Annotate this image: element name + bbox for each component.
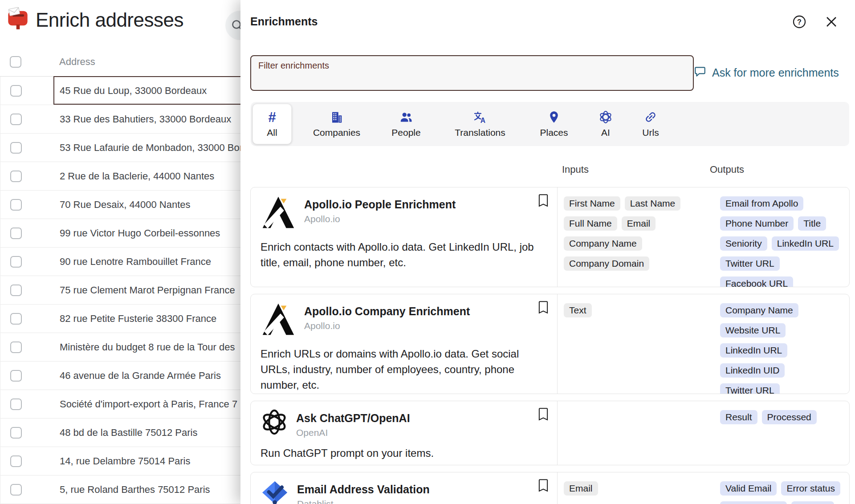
tab-label: Places (540, 127, 568, 138)
card-header: Apollo.io People EnrichmentApollo.io (261, 195, 547, 232)
card-title-block: Email Address ValidationDatablist (297, 480, 430, 504)
card-outputs: Company NameWebsite URLLinkedIn URLLinke… (713, 294, 849, 394)
card-title: Email Address Validation (297, 483, 430, 496)
row-checkbox[interactable] (10, 484, 22, 496)
address-cell: 82 rue Petite Fusterie 38300 France (60, 305, 216, 333)
tab-ai[interactable]: AI (590, 104, 621, 144)
output-chip: Phone Number (720, 216, 794, 231)
apollo-logo (261, 195, 296, 232)
tab-label: AI (601, 127, 610, 138)
output-chip: Processed (762, 410, 817, 424)
card-vendor: OpenAI (296, 427, 410, 438)
enrichment-card[interactable]: Apollo.io People EnrichmentApollo.ioEnri… (250, 187, 850, 287)
address-cell: 5, rue Roland Barthes 75012 Paris (60, 476, 210, 504)
select-all-checkbox[interactable] (10, 56, 21, 68)
enrichment-card[interactable]: Apollo.io Company EnrichmentApollo.ioEnr… (250, 294, 850, 394)
openai-icon (598, 110, 613, 124)
bookmark-icon[interactable] (537, 301, 549, 316)
mailbox-icon (6, 7, 29, 30)
row-checkbox[interactable] (10, 142, 22, 154)
address-column-header: Address (59, 47, 95, 77)
bookmark-icon[interactable] (537, 407, 549, 423)
tab-label: Translations (455, 127, 505, 138)
row-checkbox[interactable] (10, 285, 22, 296)
address-cell: 46 avenue de la Grande Armée Paris (60, 362, 221, 390)
card-info: Apollo.io People EnrichmentApollo.ioEnri… (251, 187, 557, 287)
card-title: Apollo.io People Enrichment (304, 198, 456, 211)
filter-enrichments-input[interactable]: Filter enrichments (250, 55, 694, 91)
link-icon (644, 110, 657, 124)
people-icon (399, 110, 413, 124)
output-chip: Result (720, 410, 757, 424)
tab-translations[interactable]: ATranslations (442, 104, 518, 144)
row-checkbox[interactable] (10, 85, 22, 97)
row-checkbox[interactable] (10, 171, 22, 182)
ask-link-label: Ask for more enrichments (712, 66, 839, 79)
card-outputs: ResultProcessed (713, 401, 849, 465)
card-vendor: Datablist (297, 499, 430, 504)
card-description: Enrich URLs or domains with Apollo.io da… (261, 346, 546, 393)
row-checkbox[interactable] (10, 398, 22, 410)
card-inputs: Email (558, 472, 713, 504)
tab-label: Companies (313, 127, 360, 138)
apollo-logo (261, 301, 296, 339)
row-checkbox[interactable] (10, 114, 22, 125)
row-checkbox[interactable] (10, 313, 22, 325)
enrichment-card[interactable]: Ask ChatGPT/OpenAIOpenAIRun ChatGPT prom… (250, 401, 850, 465)
ask-for-more-enrichments-link[interactable]: Ask for more enrichments (694, 62, 839, 83)
card-title: Ask ChatGPT/OpenAI (296, 412, 410, 425)
row-checkbox[interactable] (10, 341, 22, 353)
card-header: Email Address ValidationDatablist (261, 480, 547, 504)
help-icon[interactable]: ? (792, 14, 807, 29)
card-title-block: Ask ChatGPT/OpenAIOpenAI (296, 408, 410, 438)
row-checkbox[interactable] (10, 199, 22, 211)
output-chip: Valid Email (720, 481, 777, 496)
svg-text:?: ? (797, 18, 802, 26)
address-cell: 48 bd de la Bastille 75012 Paris (60, 419, 197, 447)
tab-places[interactable]: Places (529, 104, 578, 144)
card-title: Apollo.io Company Enrichment (304, 305, 470, 318)
address-cell: Ministère du budget 8 rue de la Tour des (60, 333, 235, 362)
output-chip: Email from Apollo (720, 196, 803, 211)
row-checkbox[interactable] (10, 455, 22, 467)
row-checkbox[interactable] (10, 228, 22, 239)
row-checkbox[interactable] (10, 427, 22, 439)
card-title-block: Apollo.io Company EnrichmentApollo.io (304, 301, 470, 339)
map-pin-icon (547, 110, 561, 124)
row-checkbox[interactable] (10, 370, 22, 382)
address-cell: 2 Rue de la Baclerie, 44000 Nantes (60, 162, 214, 191)
tab-companies[interactable]: Companies (303, 104, 370, 144)
output-chip: LinkedIn URL (720, 343, 787, 358)
row-checkbox[interactable] (10, 256, 22, 268)
filter-label: Filter enrichments (258, 61, 329, 71)
datablist-logo (261, 480, 289, 504)
tab-label: All (267, 127, 277, 138)
input-chip: Company Name (564, 236, 642, 251)
page-title: Enrich addresses (36, 9, 183, 31)
bookmark-icon[interactable] (537, 194, 549, 209)
output-chip (720, 501, 787, 504)
translate-icon: A (473, 110, 487, 124)
close-icon[interactable] (825, 15, 838, 28)
address-cell: 14, rue Delambre 75014 Paris (60, 447, 191, 476)
output-chip: Error status (781, 481, 840, 496)
tab-people[interactable]: People (382, 104, 431, 144)
tab-urls[interactable]: Urls (633, 104, 668, 144)
address-cell: 45 Rue du Loup, 33000 Bordeaux (60, 77, 207, 105)
address-cell: 75 rue Clement Marot Perpignan France (60, 276, 235, 305)
input-chip: Full Name (564, 216, 617, 231)
page: Enrich addresses Address 45 Rue du Loup,… (0, 0, 855, 504)
card-inputs: First NameLast NameFull NameEmailCompany… (558, 187, 713, 287)
enrichment-card[interactable]: Email Address ValidationDatablistEmailVa… (250, 472, 850, 504)
address-cell: 70 Rue Desaix, 44000 Nantes (60, 191, 191, 219)
output-chip: Title (798, 216, 826, 231)
tab-all[interactable]: #All (252, 104, 292, 144)
output-chip: LinkedIn URL (772, 236, 839, 251)
enrichments-modal: Enrichments ? Filter enrichments Ask for… (240, 0, 855, 504)
address-cell: 99 rue Victor Hugo Corbeil-essonnes (60, 219, 220, 248)
card-description: Enrich contacts with Apollo.io data. Get… (261, 239, 546, 270)
bookmark-icon[interactable] (537, 479, 549, 494)
tab-label: People (391, 127, 420, 138)
modal-title: Enrichments (250, 15, 318, 28)
address-cell: 53 Rue Lafaurie de Monbadon, 33000 Borde… (60, 134, 269, 162)
